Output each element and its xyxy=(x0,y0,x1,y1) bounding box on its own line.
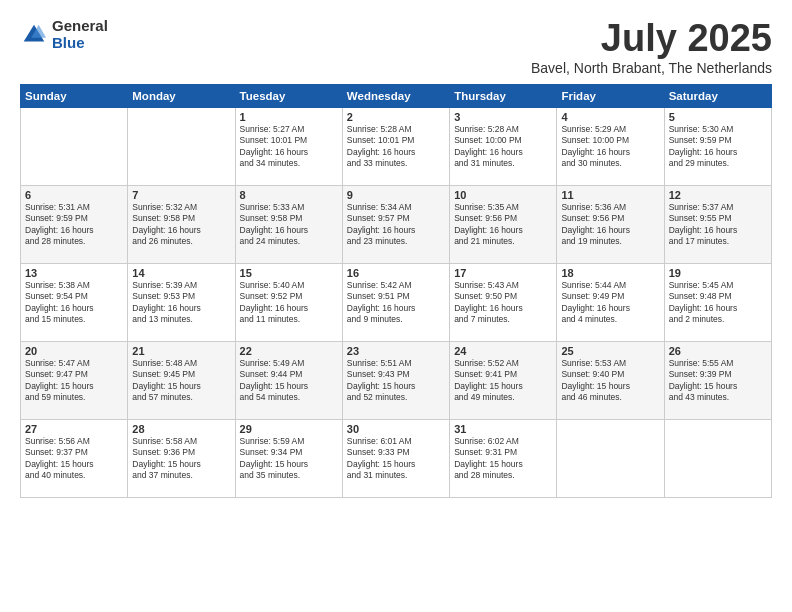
table-row: 26Sunrise: 5:55 AM Sunset: 9:39 PM Dayli… xyxy=(664,341,771,419)
calendar-week-row: 1Sunrise: 5:27 AM Sunset: 10:01 PM Dayli… xyxy=(21,107,772,185)
day-number: 23 xyxy=(347,345,445,357)
logo-blue: Blue xyxy=(52,35,108,52)
day-number: 31 xyxy=(454,423,552,435)
day-detail: Sunrise: 5:27 AM Sunset: 10:01 PM Daylig… xyxy=(240,124,338,170)
day-number: 10 xyxy=(454,189,552,201)
col-wednesday: Wednesday xyxy=(342,84,449,107)
table-row: 23Sunrise: 5:51 AM Sunset: 9:43 PM Dayli… xyxy=(342,341,449,419)
table-row: 16Sunrise: 5:42 AM Sunset: 9:51 PM Dayli… xyxy=(342,263,449,341)
day-number: 12 xyxy=(669,189,767,201)
day-detail: Sunrise: 5:32 AM Sunset: 9:58 PM Dayligh… xyxy=(132,202,230,248)
table-row xyxy=(128,107,235,185)
day-number: 9 xyxy=(347,189,445,201)
table-row: 29Sunrise: 5:59 AM Sunset: 9:34 PM Dayli… xyxy=(235,419,342,497)
day-number: 30 xyxy=(347,423,445,435)
day-number: 24 xyxy=(454,345,552,357)
subtitle: Bavel, North Brabant, The Netherlands xyxy=(531,60,772,76)
day-number: 17 xyxy=(454,267,552,279)
day-detail: Sunrise: 5:33 AM Sunset: 9:58 PM Dayligh… xyxy=(240,202,338,248)
day-detail: Sunrise: 5:52 AM Sunset: 9:41 PM Dayligh… xyxy=(454,358,552,404)
col-friday: Friday xyxy=(557,84,664,107)
table-row: 13Sunrise: 5:38 AM Sunset: 9:54 PM Dayli… xyxy=(21,263,128,341)
table-row: 5Sunrise: 5:30 AM Sunset: 9:59 PM Daylig… xyxy=(664,107,771,185)
day-number: 5 xyxy=(669,111,767,123)
table-row: 18Sunrise: 5:44 AM Sunset: 9:49 PM Dayli… xyxy=(557,263,664,341)
table-row: 30Sunrise: 6:01 AM Sunset: 9:33 PM Dayli… xyxy=(342,419,449,497)
col-thursday: Thursday xyxy=(450,84,557,107)
day-detail: Sunrise: 5:31 AM Sunset: 9:59 PM Dayligh… xyxy=(25,202,123,248)
day-number: 21 xyxy=(132,345,230,357)
table-row: 3Sunrise: 5:28 AM Sunset: 10:00 PM Dayli… xyxy=(450,107,557,185)
day-number: 7 xyxy=(132,189,230,201)
day-detail: Sunrise: 5:51 AM Sunset: 9:43 PM Dayligh… xyxy=(347,358,445,404)
table-row: 15Sunrise: 5:40 AM Sunset: 9:52 PM Dayli… xyxy=(235,263,342,341)
day-number: 19 xyxy=(669,267,767,279)
logo-text: General Blue xyxy=(52,18,108,51)
col-tuesday: Tuesday xyxy=(235,84,342,107)
day-number: 3 xyxy=(454,111,552,123)
table-row: 1Sunrise: 5:27 AM Sunset: 10:01 PM Dayli… xyxy=(235,107,342,185)
day-number: 8 xyxy=(240,189,338,201)
day-detail: Sunrise: 5:40 AM Sunset: 9:52 PM Dayligh… xyxy=(240,280,338,326)
table-row xyxy=(21,107,128,185)
calendar-week-row: 6Sunrise: 5:31 AM Sunset: 9:59 PM Daylig… xyxy=(21,185,772,263)
calendar-header-row: Sunday Monday Tuesday Wednesday Thursday… xyxy=(21,84,772,107)
table-row: 6Sunrise: 5:31 AM Sunset: 9:59 PM Daylig… xyxy=(21,185,128,263)
table-row: 14Sunrise: 5:39 AM Sunset: 9:53 PM Dayli… xyxy=(128,263,235,341)
calendar-week-row: 13Sunrise: 5:38 AM Sunset: 9:54 PM Dayli… xyxy=(21,263,772,341)
logo: General Blue xyxy=(20,18,108,51)
day-number: 13 xyxy=(25,267,123,279)
logo-general: General xyxy=(52,18,108,35)
table-row: 19Sunrise: 5:45 AM Sunset: 9:48 PM Dayli… xyxy=(664,263,771,341)
day-detail: Sunrise: 5:34 AM Sunset: 9:57 PM Dayligh… xyxy=(347,202,445,248)
day-detail: Sunrise: 5:44 AM Sunset: 9:49 PM Dayligh… xyxy=(561,280,659,326)
table-row: 22Sunrise: 5:49 AM Sunset: 9:44 PM Dayli… xyxy=(235,341,342,419)
table-row: 8Sunrise: 5:33 AM Sunset: 9:58 PM Daylig… xyxy=(235,185,342,263)
day-detail: Sunrise: 5:49 AM Sunset: 9:44 PM Dayligh… xyxy=(240,358,338,404)
logo-icon xyxy=(20,21,48,49)
day-number: 2 xyxy=(347,111,445,123)
col-sunday: Sunday xyxy=(21,84,128,107)
day-detail: Sunrise: 5:38 AM Sunset: 9:54 PM Dayligh… xyxy=(25,280,123,326)
col-saturday: Saturday xyxy=(664,84,771,107)
day-detail: Sunrise: 5:30 AM Sunset: 9:59 PM Dayligh… xyxy=(669,124,767,170)
day-detail: Sunrise: 5:39 AM Sunset: 9:53 PM Dayligh… xyxy=(132,280,230,326)
day-detail: Sunrise: 6:01 AM Sunset: 9:33 PM Dayligh… xyxy=(347,436,445,482)
main-title: July 2025 xyxy=(531,18,772,60)
day-detail: Sunrise: 5:28 AM Sunset: 10:00 PM Daylig… xyxy=(454,124,552,170)
table-row: 11Sunrise: 5:36 AM Sunset: 9:56 PM Dayli… xyxy=(557,185,664,263)
title-block: July 2025 Bavel, North Brabant, The Neth… xyxy=(531,18,772,76)
page: General Blue July 2025 Bavel, North Brab… xyxy=(0,0,792,612)
table-row: 28Sunrise: 5:58 AM Sunset: 9:36 PM Dayli… xyxy=(128,419,235,497)
day-detail: Sunrise: 5:55 AM Sunset: 9:39 PM Dayligh… xyxy=(669,358,767,404)
header: General Blue July 2025 Bavel, North Brab… xyxy=(20,18,772,76)
table-row: 20Sunrise: 5:47 AM Sunset: 9:47 PM Dayli… xyxy=(21,341,128,419)
day-number: 18 xyxy=(561,267,659,279)
day-detail: Sunrise: 5:37 AM Sunset: 9:55 PM Dayligh… xyxy=(669,202,767,248)
day-number: 11 xyxy=(561,189,659,201)
table-row xyxy=(664,419,771,497)
table-row: 21Sunrise: 5:48 AM Sunset: 9:45 PM Dayli… xyxy=(128,341,235,419)
table-row: 10Sunrise: 5:35 AM Sunset: 9:56 PM Dayli… xyxy=(450,185,557,263)
table-row: 27Sunrise: 5:56 AM Sunset: 9:37 PM Dayli… xyxy=(21,419,128,497)
day-number: 26 xyxy=(669,345,767,357)
day-number: 25 xyxy=(561,345,659,357)
table-row: 17Sunrise: 5:43 AM Sunset: 9:50 PM Dayli… xyxy=(450,263,557,341)
day-detail: Sunrise: 5:29 AM Sunset: 10:00 PM Daylig… xyxy=(561,124,659,170)
day-number: 15 xyxy=(240,267,338,279)
table-row: 9Sunrise: 5:34 AM Sunset: 9:57 PM Daylig… xyxy=(342,185,449,263)
day-detail: Sunrise: 5:47 AM Sunset: 9:47 PM Dayligh… xyxy=(25,358,123,404)
table-row: 24Sunrise: 5:52 AM Sunset: 9:41 PM Dayli… xyxy=(450,341,557,419)
table-row: 4Sunrise: 5:29 AM Sunset: 10:00 PM Dayli… xyxy=(557,107,664,185)
day-detail: Sunrise: 5:56 AM Sunset: 9:37 PM Dayligh… xyxy=(25,436,123,482)
table-row: 7Sunrise: 5:32 AM Sunset: 9:58 PM Daylig… xyxy=(128,185,235,263)
day-number: 22 xyxy=(240,345,338,357)
day-detail: Sunrise: 5:45 AM Sunset: 9:48 PM Dayligh… xyxy=(669,280,767,326)
day-number: 14 xyxy=(132,267,230,279)
table-row: 25Sunrise: 5:53 AM Sunset: 9:40 PM Dayli… xyxy=(557,341,664,419)
day-detail: Sunrise: 5:59 AM Sunset: 9:34 PM Dayligh… xyxy=(240,436,338,482)
day-detail: Sunrise: 5:28 AM Sunset: 10:01 PM Daylig… xyxy=(347,124,445,170)
day-detail: Sunrise: 5:58 AM Sunset: 9:36 PM Dayligh… xyxy=(132,436,230,482)
day-number: 1 xyxy=(240,111,338,123)
day-detail: Sunrise: 5:35 AM Sunset: 9:56 PM Dayligh… xyxy=(454,202,552,248)
